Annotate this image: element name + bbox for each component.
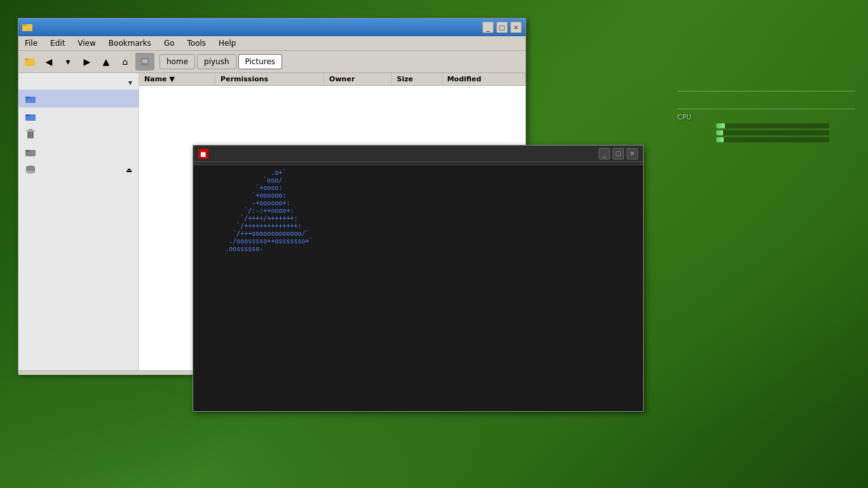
core1-bar	[716, 123, 725, 128]
filemanager-toolbar: ◀ ▾ ▶ ▲ ⌂ home piyush Pictures	[18, 51, 526, 73]
filemanager-icon	[22, 22, 32, 34]
core3-bar-container	[716, 137, 829, 142]
system-panel: CPU	[677, 89, 855, 144]
terminal-close[interactable]: ✕	[627, 148, 638, 159]
svg-rect-12	[26, 130, 35, 132]
sidebar-header: ▾	[18, 76, 139, 90]
menu-view[interactable]: View	[74, 37, 99, 49]
location-button[interactable]	[135, 53, 154, 71]
minimize-button[interactable]: _	[482, 22, 494, 33]
col-name[interactable]: Name ▼	[139, 73, 215, 86]
terminal-maximize[interactable]: □	[613, 148, 624, 159]
core3-row	[677, 137, 855, 142]
loc-pictures[interactable]: Pictures	[238, 54, 283, 69]
file-table: Name ▼ Permissions Owner Size Modified	[139, 73, 526, 86]
back-button[interactable]: ◀	[40, 53, 58, 71]
sidebar-item-storage[interactable]: ⏏	[18, 161, 139, 179]
col-owner[interactable]: Owner	[324, 73, 391, 86]
sidebar-item-trash[interactable]	[18, 125, 139, 143]
desktop: CPU	[0, 0, 868, 488]
sidebar-item-filesystem[interactable]	[18, 143, 139, 161]
menu-file[interactable]: File	[21, 37, 41, 49]
menu-go[interactable]: Go	[160, 37, 179, 49]
core1-row	[677, 123, 855, 128]
home-folder-icon	[25, 93, 36, 104]
terminal-controls[interactable]: _ □ ✕	[599, 148, 638, 159]
svg-rect-1	[22, 24, 27, 26]
filemanager-menubar: File Edit View Bookmarks Go Tools Help	[18, 36, 526, 51]
filemanager-sidebar: ▾	[18, 73, 139, 370]
svg-point-21	[26, 171, 35, 174]
terminal-minimize[interactable]: _	[599, 148, 610, 159]
storage-icon	[25, 164, 36, 175]
location-bar: home piyush Pictures	[159, 54, 282, 69]
home-button[interactable]: ⌂	[116, 53, 134, 71]
col-modified[interactable]: Modified	[442, 73, 525, 86]
terminal-body[interactable]: .o+` `ooo/ `+oooo: `+oooooo: -+oooooo+: …	[193, 165, 643, 395]
svg-rect-13	[29, 129, 32, 130]
core2-bar-container	[716, 130, 829, 135]
sidebar-item-desktop[interactable]	[18, 107, 139, 125]
core2-row	[677, 130, 855, 135]
core1-bar-container	[716, 123, 829, 128]
svg-text:■: ■	[200, 151, 206, 158]
svg-rect-18	[25, 150, 30, 152]
core3-bar	[716, 137, 724, 142]
forward-button[interactable]: ▶	[78, 53, 96, 71]
terminal-titlebar: ■ _ □ ✕	[193, 146, 643, 162]
loc-home[interactable]: home	[159, 54, 195, 69]
up-button[interactable]: ▲	[97, 53, 115, 71]
filemanager-titlebar: _ □ ✕	[18, 18, 526, 36]
desktop-icon-sidebar	[25, 111, 36, 122]
new-folder-button[interactable]	[21, 53, 39, 71]
col-permissions[interactable]: Permissions	[215, 73, 324, 86]
system-title	[677, 89, 855, 92]
filesystem-icon	[25, 146, 36, 158]
loc-piyush[interactable]: piyush	[197, 54, 236, 69]
menu-help[interactable]: Help	[215, 37, 240, 49]
cpu-label: CPU	[677, 113, 691, 121]
terminal-icon: ■	[198, 149, 208, 159]
svg-rect-3	[25, 58, 29, 60]
svg-rect-6	[142, 62, 147, 63]
col-size[interactable]: Size	[391, 73, 442, 86]
eject-icon[interactable]: ⏏	[126, 166, 132, 173]
processors-title	[677, 107, 855, 109]
maximize-button[interactable]: □	[496, 22, 508, 33]
menu-tools[interactable]: Tools	[184, 37, 210, 49]
filemanager-controls[interactable]: _ □ ✕	[482, 22, 522, 33]
svg-rect-5	[142, 60, 147, 61]
close-button[interactable]: ✕	[510, 22, 522, 33]
menu-edit[interactable]: Edit	[46, 37, 69, 49]
terminal-window: ■ _ □ ✕ .o+` `ooo/ `+oooo: `+oooooo: -+	[193, 145, 644, 412]
neofetch-logo: .o+` `ooo/ `+oooo: `+oooooo: -+oooooo+: …	[198, 169, 313, 253]
core2-bar	[716, 130, 723, 135]
dropdown-button[interactable]: ▾	[59, 53, 77, 71]
svg-rect-8	[25, 97, 30, 98]
clock-widget	[846, 13, 855, 26]
svg-rect-10	[25, 114, 30, 116]
menu-bookmarks[interactable]: Bookmarks	[105, 37, 155, 49]
clock-date	[846, 13, 855, 26]
trash-icon	[25, 128, 36, 140]
sidebar-item-home[interactable]	[18, 90, 139, 107]
